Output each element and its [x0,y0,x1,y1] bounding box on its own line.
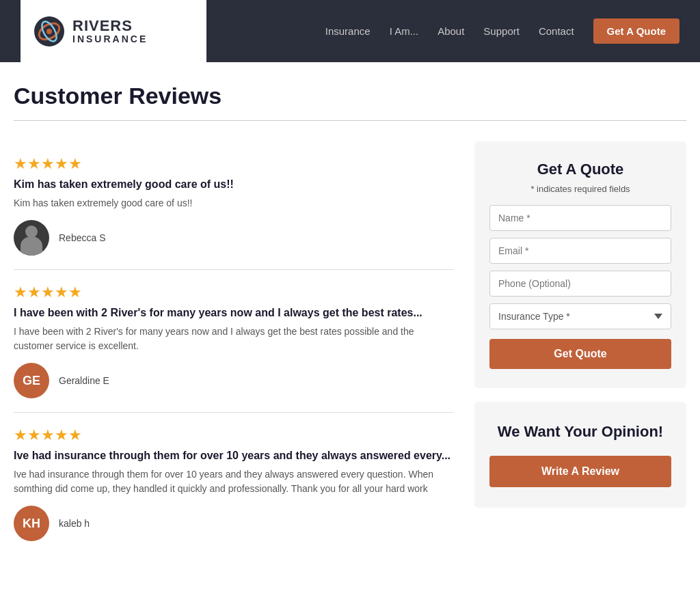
get-quote-submit-button[interactable]: Get Quote [489,339,671,369]
review-1-body: Kim has taken extremely good care of us!… [14,196,454,210]
svg-point-3 [46,29,52,34]
logo-text: RIVERS INSURANCE [72,18,148,45]
review-1-avatar [14,220,49,256]
nav-contact[interactable]: Contact [539,25,574,37]
review-3-reviewer: KH kaleb h [14,506,454,541]
nav-about[interactable]: About [438,25,464,37]
quote-box-title: Get A Quote [489,161,671,178]
nav-support[interactable]: Support [483,25,520,37]
main-layout: ★★★★★ Kim has taken extremely good care … [14,141,686,555]
reviews-column: ★★★★★ Kim has taken extremely good care … [14,141,454,555]
review-3-stars: ★★★★★ [14,426,454,444]
review-2-stars: ★★★★★ [14,284,454,301]
opinion-title: We Want Your Opinion! [489,422,671,442]
quote-box: Get A Quote * indicates required fields … [474,141,686,388]
opinion-box: We Want Your Opinion! Write A Review [474,402,686,508]
page-content: Customer Reviews ★★★★★ Kim has taken ext… [0,62,700,575]
review-3-reviewer-name: kaleb h [59,518,90,529]
review-2-reviewer-name: Geraldine E [59,375,109,386]
site-header: RIVERS INSURANCE Insurance I Am... About… [0,0,700,62]
review-2-title: I have been with 2 River's for many year… [14,307,454,319]
review-1-reviewer-name: Rebecca S [59,232,105,243]
review-2-avatar: GE [14,363,49,398]
title-divider [14,120,686,121]
logo-container: RIVERS INSURANCE [21,0,206,62]
quote-name-input[interactable] [489,205,671,231]
review-1-stars: ★★★★★ [14,155,454,173]
required-note: * indicates required fields [489,184,671,194]
review-card-3: ★★★★★ Ive had insurance through them for… [14,413,454,555]
page-title: Customer Reviews [14,83,686,109]
review-2-reviewer: GE Geraldine E [14,363,454,398]
review-2-body: I have been with 2 River's for many year… [14,325,454,353]
quote-insurance-type-select[interactable]: Insurance Type * Auto Home Life Health [489,303,671,329]
review-3-body: Ive had insurance through them for over … [14,467,454,496]
logo-icon [33,15,66,48]
nav-get-quote-button[interactable]: Get A Quote [593,18,679,44]
review-1-reviewer: Rebecca S [14,220,454,256]
write-review-button[interactable]: Write A Review [489,456,671,487]
sidebar-column: Get A Quote * indicates required fields … [474,141,686,508]
review-card-1: ★★★★★ Kim has taken extremely good care … [14,141,454,270]
quote-phone-input[interactable] [489,271,671,297]
logo-rivers: RIVERS [72,18,148,34]
nav-i-am[interactable]: I Am... [390,25,419,37]
nav-insurance[interactable]: Insurance [325,25,371,37]
review-3-title: Ive had insurance through them for over … [14,450,454,462]
quote-email-input[interactable] [489,238,671,264]
review-1-title: Kim has taken extremely good care of us!… [14,178,454,191]
main-nav: Insurance I Am... About Support Contact … [325,18,679,44]
logo-insurance: INSURANCE [72,34,148,44]
review-3-avatar: KH [14,506,49,541]
review-card-2: ★★★★★ I have been with 2 River's for man… [14,270,454,413]
